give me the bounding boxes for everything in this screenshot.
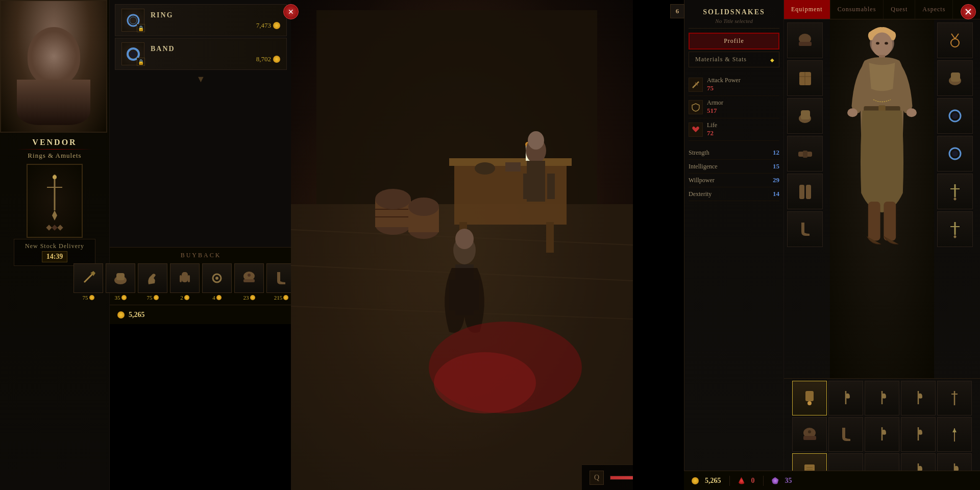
close-button[interactable]: ✕ xyxy=(283,4,299,19)
equip-slot-boots[interactable] xyxy=(787,211,823,247)
strength-value: 12 xyxy=(773,149,779,157)
armor-value: 517 xyxy=(707,107,779,115)
game-scene-art xyxy=(291,0,633,490)
inv-axe-icon-4 xyxy=(875,426,889,443)
map-button[interactable]: Q xyxy=(590,471,604,485)
inv-slot-helm[interactable] xyxy=(792,417,827,452)
buyback-item-4[interactable]: 4 xyxy=(202,263,232,301)
inv-slot-amulet[interactable] xyxy=(792,381,827,415)
inv-axe-icon-5 xyxy=(911,426,925,443)
equip-right-slots xyxy=(934,19,980,378)
buyback-price-val-2: 75 xyxy=(147,295,153,301)
inv-slot-3[interactable] xyxy=(901,381,936,415)
buyback-price-0: 75 xyxy=(74,295,103,301)
equip-slot-weapon2[interactable] xyxy=(937,211,973,247)
buyback-item-2[interactable]: 75 xyxy=(138,263,167,301)
weapon-equip-icon xyxy=(946,183,964,201)
buyback-item-1[interactable]: 35 xyxy=(106,263,135,301)
equip-slot-neck[interactable] xyxy=(937,22,973,58)
svg-point-76 xyxy=(885,42,888,44)
vendor-gold-amount: 5,265 xyxy=(129,311,145,319)
equip-slot-ring1[interactable] xyxy=(937,98,973,134)
attack-power-icon xyxy=(689,78,703,92)
svg-point-7 xyxy=(130,51,136,57)
buyback-gear-icon xyxy=(209,270,225,286)
strength-label: Strength xyxy=(689,149,709,157)
equip-slot-waist[interactable] xyxy=(787,136,823,172)
buyback-item-icon-3[interactable] xyxy=(170,263,200,293)
buyback-price-val-6: 215 xyxy=(274,295,283,301)
consumables-tab[interactable]: Consumables xyxy=(830,0,884,19)
svg-point-5 xyxy=(130,17,137,24)
aspects-tab[interactable]: Aspects xyxy=(915,0,953,19)
inv-slot-spear[interactable] xyxy=(937,417,972,452)
intelligence-value: 15 xyxy=(773,162,779,170)
inv-slot-boots2[interactable] xyxy=(828,417,863,452)
lock-badge-ring: 🔒 xyxy=(137,24,145,32)
svg-point-80 xyxy=(847,108,857,117)
buyback-item-5[interactable]: 23 xyxy=(234,263,264,301)
buyback-item-0[interactable]: 75 xyxy=(74,263,103,301)
buyback-item-icon-0[interactable] xyxy=(74,263,103,293)
item-row-band[interactable]: 🔒 BAND 8,702 xyxy=(115,38,287,70)
exit-icon xyxy=(965,8,972,15)
equip-slot-weapon1[interactable] xyxy=(937,174,973,209)
inv-slot-2[interactable] xyxy=(865,381,899,415)
health-fill xyxy=(610,476,633,479)
vendor-info: VENDOR Rings & Amulets xyxy=(0,133,109,165)
gold-icon-sm-2 xyxy=(154,295,159,300)
buyback-item-icon-4[interactable] xyxy=(202,263,232,293)
quest-tab[interactable]: Quest xyxy=(884,0,915,19)
svg-line-60 xyxy=(693,82,699,88)
inv-slot-axe3[interactable] xyxy=(901,417,936,452)
equip-slot-legs[interactable] xyxy=(787,174,823,209)
currency-sep-2 xyxy=(763,476,764,486)
svg-line-86 xyxy=(955,34,959,39)
profile-tab-button[interactable]: Profile xyxy=(689,33,779,50)
equip-slot-gloves[interactable] xyxy=(787,98,823,134)
ring-price-value: 7,473 xyxy=(256,21,271,30)
equip-slot-chest[interactable] xyxy=(787,60,823,96)
gold-icon-sm-6 xyxy=(283,295,288,300)
attack-power-value: 75 xyxy=(707,84,779,92)
red-currency-icon xyxy=(738,477,745,484)
intelligence-label: Intelligence xyxy=(689,163,718,170)
buyback-item-3[interactable]: 2 xyxy=(170,263,200,301)
equip-slot-head[interactable] xyxy=(787,22,823,58)
buyback-item-icon-1[interactable] xyxy=(106,263,135,293)
materials-stats-tab-button[interactable]: Materials & Stats ◆ xyxy=(689,52,779,67)
svg-point-48 xyxy=(528,131,544,150)
inv-slot-axe2[interactable] xyxy=(865,417,899,452)
char-red-amount: 0 xyxy=(751,477,755,485)
equip-slot-offhand[interactable] xyxy=(937,60,973,96)
equipment-tab[interactable]: Equipment xyxy=(784,0,830,19)
svg-rect-63 xyxy=(799,42,812,46)
item-name-band: BAND xyxy=(151,45,280,53)
life-icon xyxy=(689,122,703,137)
svg-point-74 xyxy=(872,33,893,57)
equip-left-slots xyxy=(784,19,830,378)
item-price-ring: 7,473 xyxy=(151,21,280,30)
buyback-dagger-icon xyxy=(80,270,96,286)
svg-rect-70 xyxy=(803,151,807,158)
item-price-band: 8,702 xyxy=(151,55,280,63)
svg-point-3 xyxy=(53,175,57,179)
buyback-price-val-0: 75 xyxy=(83,295,88,301)
exit-button[interactable] xyxy=(961,4,976,19)
attributes-section: Strength 12 Intelligence 15 Willpower 29… xyxy=(689,146,779,201)
char-name: SOLIDSNAKES xyxy=(689,8,779,16)
materials-stats-tab-label: Materials & Stats xyxy=(695,56,747,63)
char-model-display xyxy=(830,19,934,378)
vendor-emblem xyxy=(0,165,109,236)
equip-slot-ring2[interactable] xyxy=(937,136,973,172)
willpower-attr: Willpower 29 xyxy=(689,174,779,187)
inv-slot-1[interactable] xyxy=(828,381,863,415)
svg-line-8 xyxy=(84,274,92,282)
ring2-equip-icon xyxy=(946,145,964,163)
buyback-item-icon-2[interactable] xyxy=(138,263,167,293)
item-row-ring[interactable]: 🔒 RING 7,473 xyxy=(115,4,287,36)
buyback-item-icon-5[interactable] xyxy=(234,263,264,293)
inv-slot-4[interactable] xyxy=(937,381,972,415)
item-details-band: BAND 8,702 xyxy=(151,45,280,63)
buyback-price-1: 35 xyxy=(106,295,135,301)
